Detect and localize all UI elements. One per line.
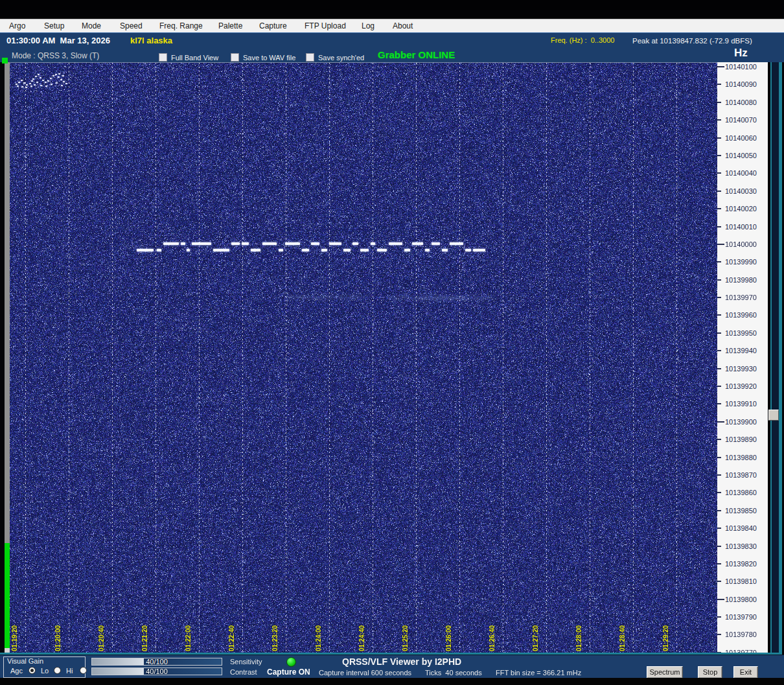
checkbox-save-synch-ed[interactable]: Save synch'ed <box>306 51 364 60</box>
checkbox-label: Save synch'ed <box>318 54 364 62</box>
freq-tick-label: 10140100 <box>725 63 757 71</box>
status-bar: Visual Gain AgcLoHi 40/100 40/100 Sensit… <box>0 655 784 679</box>
argo-window: ArgoSetupModeSpeedFreq. RangePaletteCapt… <box>0 0 784 685</box>
freq-tick-label: 10139910 <box>725 400 757 408</box>
signal-scribble-dot <box>56 82 58 84</box>
signal-scribble-dot <box>65 83 67 84</box>
freq-tick-mark <box>717 261 721 262</box>
visual-gain-radio-hi[interactable] <box>80 667 87 674</box>
visual-gain-option-label: Lo <box>41 667 49 675</box>
freq-scale-row: 10139780 <box>717 631 768 638</box>
freq-tick-mark <box>717 599 724 600</box>
contrast-value: 40/100 <box>92 668 222 675</box>
time-tick-label: 01:19:20 <box>11 625 18 651</box>
freq-tick-mark <box>717 457 721 458</box>
signal-scribble-dot <box>23 82 25 84</box>
freq-tick-label: 10139890 <box>725 435 757 443</box>
checkbox-full-band-view[interactable]: Full Band View <box>159 51 218 60</box>
signal-scribble-dot <box>26 84 28 86</box>
visual-gain-radio-lo[interactable] <box>54 667 61 674</box>
capture-interval-label: Capture interval 600 seconds <box>319 669 411 677</box>
time-gridline <box>156 63 156 655</box>
freq-tick-mark <box>717 102 721 103</box>
menu-freq-range[interactable]: Freq. Range <box>159 21 203 30</box>
app-title: QRSS/VLF Viewer by I2PHD <box>342 656 461 667</box>
qrss-signal-segment <box>137 249 154 251</box>
checkbox-box[interactable] <box>231 53 239 62</box>
faint-signal-band <box>284 295 362 299</box>
sync-indicator <box>2 58 8 64</box>
freq-tick-label: 10139940 <box>725 347 757 354</box>
freq-tick-mark <box>717 474 721 476</box>
signal-scribble-dot <box>18 82 20 83</box>
waterfall-display[interactable]: 01:19:2001:20:0001:20:4001:21:2001:22:00… <box>10 62 717 655</box>
stop-button[interactable]: Stop <box>698 666 722 679</box>
checkbox-box[interactable] <box>306 53 314 62</box>
menu-log[interactable]: Log <box>362 21 375 30</box>
contrast-slider[interactable]: 40/100 <box>91 668 222 675</box>
menu-argo[interactable]: Argo <box>9 21 25 30</box>
qrss-signal-segment <box>192 242 211 245</box>
menu-setup[interactable]: Setup <box>44 21 64 30</box>
time-tick-label: 01:21:20 <box>141 625 148 651</box>
freq-tick-mark <box>717 84 721 85</box>
freq-scale-row: 10139990 <box>717 258 768 266</box>
freq-scale-row: 10139830 <box>717 542 768 550</box>
freq-tick-mark <box>717 279 721 281</box>
time-gridline <box>242 63 243 655</box>
freq-tick-label: 10139830 <box>725 542 757 550</box>
menu-mode[interactable]: Mode <box>82 21 101 30</box>
qrss-signal-segment <box>251 249 260 251</box>
freq-tick-label: 10139920 <box>725 382 757 390</box>
freq-tick-mark <box>717 510 721 511</box>
freq-tick-mark <box>717 208 721 209</box>
freq-scale-row: 10139920 <box>717 382 768 390</box>
freq-range-label: Freq. (Hz) : 0..3000 <box>551 36 614 44</box>
freq-scale-row: 10139790 <box>717 613 768 621</box>
freq-scale-row: 10139910 <box>717 400 768 408</box>
freq-scale-row: 10139940 <box>717 347 768 354</box>
time-gridline <box>286 63 286 655</box>
menu-palette[interactable]: Palette <box>218 21 242 30</box>
spectrum-button[interactable]: Spectrum <box>647 666 683 679</box>
sensitivity-slider[interactable]: 40/100 <box>91 658 222 666</box>
menu-ftp-upload[interactable]: FTP Upload <box>305 21 346 30</box>
time-tick-label: 01:22:00 <box>185 625 192 651</box>
signal-scribble-dot <box>42 80 44 81</box>
menu-about[interactable]: About <box>393 21 413 30</box>
freq-tick-mark <box>717 66 724 67</box>
checkbox-box[interactable] <box>159 53 167 62</box>
menu-capture[interactable]: Capture <box>259 21 287 30</box>
signal-scribble-dot <box>38 74 40 75</box>
capture-progress-fill <box>5 543 10 648</box>
freq-tick-mark <box>717 332 721 334</box>
time-tick-label: 01:26:40 <box>489 625 496 651</box>
visual-gain-radio-agc[interactable] <box>29 667 36 674</box>
freq-scale-row: 10139980 <box>717 276 768 284</box>
signal-scribble-dot <box>29 83 31 84</box>
time-tick-label: 01:25:20 <box>402 625 409 651</box>
datetime-label: 01:30:00 AM Mar 13, 2026 <box>6 36 110 45</box>
signal-scribble-dot <box>45 82 47 83</box>
contrast-label: Contrast <box>230 668 257 676</box>
freq-tick-mark <box>717 155 721 156</box>
hz-unit-label: Hz <box>734 47 748 60</box>
capture-led <box>286 657 296 667</box>
freq-tick-mark <box>717 191 721 192</box>
exit-button[interactable]: Exit <box>733 666 758 679</box>
signal-scribble-dot <box>58 76 60 78</box>
time-gridline <box>69 63 69 655</box>
frequency-scrollbar-thumb[interactable] <box>768 410 779 421</box>
signal-scribble-dot <box>31 80 33 82</box>
time-tick-label: 01:20:40 <box>98 625 105 651</box>
qrss-signal-segment <box>213 249 229 251</box>
signal-scribble-dot <box>45 86 47 87</box>
frequency-scrollbar[interactable] <box>770 62 780 653</box>
menu-speed[interactable]: Speed <box>120 21 143 30</box>
checkbox-save-to-wav-file[interactable]: Save to WAV file <box>231 51 295 60</box>
signal-scribble-dot <box>62 75 64 76</box>
time-tick-label: 01:23:20 <box>271 625 279 651</box>
time-tick-label: 01:28:40 <box>619 625 626 651</box>
freq-tick-mark <box>717 439 721 440</box>
time-gridline <box>329 63 330 655</box>
